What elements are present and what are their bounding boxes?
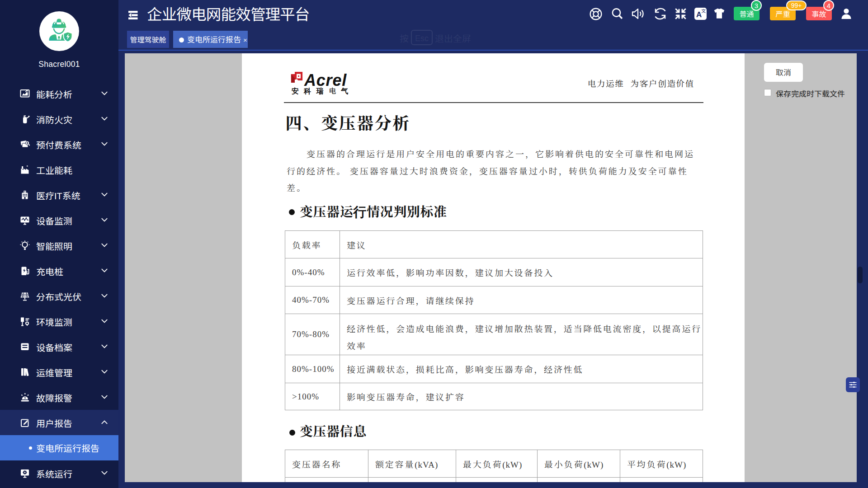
svg-text:文: 文 [701, 8, 706, 14]
